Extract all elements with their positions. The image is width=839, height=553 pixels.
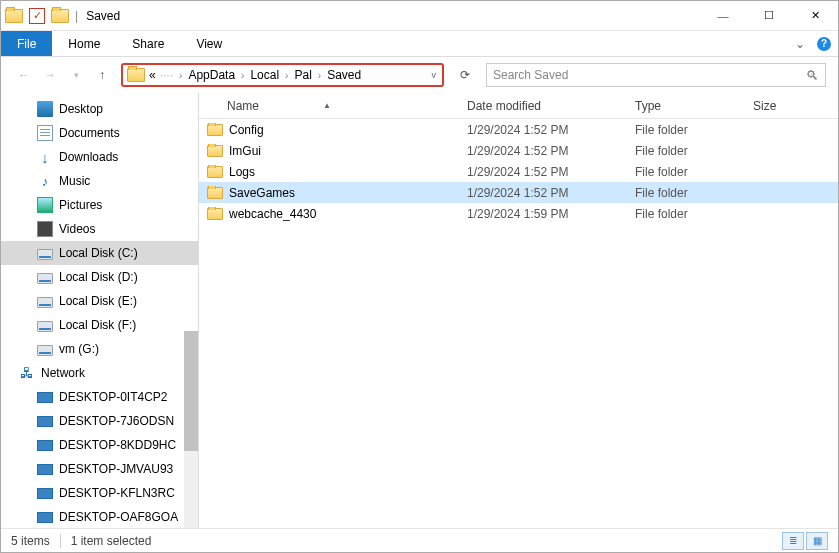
tree-network[interactable]: 🖧Network [1, 361, 198, 385]
search-input[interactable] [493, 68, 806, 82]
computer-icon [37, 512, 53, 523]
folder-icon[interactable] [51, 9, 69, 23]
column-headers: Name▲ Date modified Type Size [199, 93, 838, 119]
tree-network-pc[interactable]: DESKTOP-KFLN3RC [1, 481, 198, 505]
breadcrumb-hidden[interactable]: ···· [158, 68, 175, 82]
view-details-button[interactable]: ≣ [782, 532, 804, 550]
tree-pictures[interactable]: Pictures [1, 193, 198, 217]
tree-network-pc[interactable]: DESKTOP-7J6ODSN [1, 409, 198, 433]
file-name: SaveGames [229, 186, 295, 200]
folder-icon [207, 145, 223, 157]
tree-label: Network [41, 366, 85, 380]
tree-label: Local Disk (F:) [59, 318, 136, 332]
file-rows: Config1/29/2024 1:52 PMFile folderImGui1… [199, 119, 838, 528]
column-type[interactable]: Type [627, 99, 745, 113]
tree-videos[interactable]: Videos [1, 217, 198, 241]
computer-icon [37, 488, 53, 499]
breadcrumb[interactable]: Saved [325, 68, 363, 82]
search-box[interactable]: 🔍︎ [486, 63, 826, 87]
tree-disk-c[interactable]: Local Disk (C:) [1, 241, 198, 265]
address-dropdown-icon[interactable]: v [428, 70, 441, 80]
chevron-right-icon[interactable]: › [175, 70, 186, 81]
file-date: 1/29/2024 1:52 PM [459, 165, 627, 179]
scrollbar-thumb[interactable] [184, 331, 198, 451]
tree-label: Desktop [59, 102, 103, 116]
file-date: 1/29/2024 1:52 PM [459, 123, 627, 137]
file-name: webcache_4430 [229, 207, 316, 221]
file-row[interactable]: ImGui1/29/2024 1:52 PMFile folder [199, 140, 838, 161]
tab-home[interactable]: Home [52, 31, 116, 56]
videos-icon [37, 221, 53, 237]
minimize-button[interactable]: — [700, 1, 746, 31]
download-icon: ↓ [37, 149, 53, 165]
tree-downloads[interactable]: ↓Downloads [1, 145, 198, 169]
chevron-right-icon[interactable]: › [314, 70, 325, 81]
file-date: 1/29/2024 1:52 PM [459, 186, 627, 200]
file-date: 1/29/2024 1:52 PM [459, 144, 627, 158]
tree-label: Local Disk (D:) [59, 270, 138, 284]
recent-dropdown-icon[interactable]: ▾ [65, 64, 87, 86]
tree-network-pc[interactable]: DESKTOP-8KDD9HC [1, 433, 198, 457]
tree-disk-d[interactable]: Local Disk (D:) [1, 265, 198, 289]
file-type: File folder [627, 207, 745, 221]
help-button[interactable]: ? [810, 31, 838, 56]
search-icon[interactable]: 🔍︎ [806, 68, 819, 83]
status-selection: 1 item selected [71, 534, 152, 548]
column-size[interactable]: Size [745, 99, 838, 113]
computer-icon [37, 464, 53, 475]
file-type: File folder [627, 144, 745, 158]
computer-icon [37, 416, 53, 427]
tree-network-pc[interactable]: DESKTOP-OAF8GOA [1, 505, 198, 528]
tab-view[interactable]: View [180, 31, 238, 56]
refresh-button[interactable]: ⟳ [454, 68, 476, 82]
disk-icon [37, 321, 53, 332]
column-name[interactable]: Name▲ [199, 99, 459, 113]
tree-documents[interactable]: Documents [1, 121, 198, 145]
tree-label: DESKTOP-8KDD9HC [59, 438, 176, 452]
tree-network-pc[interactable]: DESKTOP-0IT4CP2 [1, 385, 198, 409]
tree-disk-g[interactable]: vm (G:) [1, 337, 198, 361]
file-row[interactable]: SaveGames1/29/2024 1:52 PMFile folder [199, 182, 838, 203]
tree-label: Local Disk (C:) [59, 246, 138, 260]
tab-share[interactable]: Share [116, 31, 180, 56]
tree-disk-f[interactable]: Local Disk (F:) [1, 313, 198, 337]
file-row[interactable]: webcache_44301/29/2024 1:59 PMFile folde… [199, 203, 838, 224]
file-name: ImGui [229, 144, 261, 158]
maximize-button[interactable]: ☐ [746, 1, 792, 31]
ribbon-tabs: File Home Share View ⌄ ? [1, 31, 838, 57]
tree-desktop[interactable]: Desktop [1, 97, 198, 121]
chevron-right-icon[interactable]: › [281, 70, 292, 81]
close-button[interactable]: ✕ [792, 1, 838, 31]
chevron-right-icon[interactable]: › [237, 70, 248, 81]
forward-button[interactable]: → [39, 64, 61, 86]
breadcrumb[interactable]: Pal [292, 68, 313, 82]
tree-network-pc[interactable]: DESKTOP-JMVAU93 [1, 457, 198, 481]
view-large-icons-button[interactable]: ▦ [806, 532, 828, 550]
breadcrumb-prefix[interactable]: « [147, 68, 158, 82]
ribbon-expand-icon[interactable]: ⌄ [790, 31, 810, 56]
computer-icon [37, 392, 53, 403]
folder-icon [207, 187, 223, 199]
file-row[interactable]: Logs1/29/2024 1:52 PMFile folder [199, 161, 838, 182]
breadcrumb[interactable]: Local [248, 68, 281, 82]
tree-music[interactable]: ♪Music [1, 169, 198, 193]
address-bar[interactable]: « ···· › AppData › Local › Pal › Saved v [121, 63, 444, 87]
folder-icon [127, 68, 145, 82]
disk-icon [37, 345, 53, 356]
up-button[interactable]: ↑ [91, 64, 113, 86]
tab-file[interactable]: File [1, 31, 52, 56]
breadcrumb[interactable]: AppData [186, 68, 237, 82]
tree-label: vm (G:) [59, 342, 99, 356]
qat-properties-icon[interactable]: ✓ [29, 8, 45, 24]
file-row[interactable]: Config1/29/2024 1:52 PMFile folder [199, 119, 838, 140]
file-type: File folder [627, 123, 745, 137]
network-icon: 🖧 [19, 365, 35, 381]
back-button[interactable]: ← [13, 64, 35, 86]
column-date[interactable]: Date modified [459, 99, 627, 113]
tree-label: DESKTOP-7J6ODSN [59, 414, 174, 428]
navigation-pane: Desktop Documents ↓Downloads ♪Music Pict… [1, 93, 199, 528]
tree-disk-e[interactable]: Local Disk (E:) [1, 289, 198, 313]
title-separator: | [75, 9, 78, 23]
window-title: Saved [86, 9, 120, 23]
status-bar: 5 items 1 item selected ≣ ▦ [1, 528, 838, 552]
